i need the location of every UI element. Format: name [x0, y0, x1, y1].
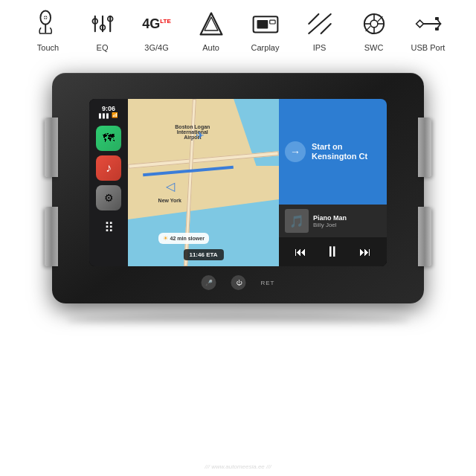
ips-icon — [306, 7, 333, 40]
carplay-label: Carplay — [251, 43, 280, 52]
carplay-interface: 9:06 ▋▋▋ 📶 🗺 ♪ ⚙ — [89, 99, 387, 266]
svg-rect-11 — [257, 20, 268, 28]
svg-marker-8 — [200, 13, 222, 35]
eq-feature: EQ — [82, 7, 123, 52]
svg-line-14 — [309, 14, 330, 33]
usb-label: USB Port — [411, 43, 446, 52]
mic-button[interactable]: 🎤 — [202, 275, 216, 290]
clock: 9:06 — [102, 105, 115, 112]
features-bar: Touch EQ 4GLTE 3G/4G — [0, 0, 476, 58]
airport-label: Boston Logan International Airport — [170, 124, 215, 140]
device-container: 9:06 ▋▋▋ 📶 🗺 ♪ ⚙ — [0, 58, 476, 326]
newyork-label: New York — [158, 198, 181, 203]
bracket-top-right — [418, 118, 431, 177]
music-controls: ⏮ ⏸ ⏭ — [279, 237, 387, 266]
nav-direction-icon: → — [285, 141, 306, 162]
usb-feature: USB Port — [408, 7, 448, 52]
delay-text: 42 min slower — [170, 236, 205, 241]
svg-line-16 — [309, 14, 318, 24]
device-body: 9:06 ▋▋▋ 📶 🗺 ♪ ⚙ — [52, 73, 424, 303]
forward-button[interactable]: ⏭ — [359, 245, 371, 259]
nav-card[interactable]: → Start on Kensington Ct — [279, 99, 387, 205]
usb-icon — [415, 7, 442, 40]
bracket-bottom-left — [45, 207, 58, 266]
right-panel: → Start on Kensington Ct 🎵 Piano Man Bil… — [279, 99, 387, 266]
home-grid[interactable]: ⠿ — [96, 215, 121, 240]
album-art: 🎵 — [285, 209, 309, 233]
display-screen[interactable]: 9:06 ▋▋▋ 📶 🗺 ♪ ⚙ — [89, 99, 387, 266]
delay-box: ☀ 42 min slower — [158, 233, 209, 244]
sun-icon: ☀ — [163, 235, 168, 242]
svg-line-15 — [321, 24, 330, 33]
swc-label: SWC — [364, 43, 384, 52]
touch-icon — [34, 7, 62, 40]
eta-box: 11:46 ETA — [183, 249, 223, 260]
eq-icon — [90, 7, 115, 40]
rewind-button[interactable]: ⏮ — [295, 245, 306, 259]
song-info: Piano Man Billy Joel — [313, 214, 381, 228]
touch-feature: Touch — [28, 7, 68, 52]
carplay-feature: Carplay — [245, 7, 286, 52]
svg-rect-29 — [435, 28, 439, 30]
plane-icon: ✈ — [196, 129, 205, 141]
4g-label: 3G/4G — [144, 43, 168, 52]
bracket-top-left — [45, 118, 58, 177]
swc-icon — [361, 7, 387, 40]
4g-feature: 4GLTE 3G/4G — [136, 7, 177, 52]
bottom-controls: 🎤 ⏻ RET — [202, 275, 275, 290]
device-shadow — [67, 315, 409, 326]
ips-feature: IPS — [299, 7, 340, 52]
svg-rect-28 — [435, 17, 439, 20]
map-background: Boston Logan International Airport New Y… — [128, 99, 279, 266]
ips-label: IPS — [313, 43, 327, 52]
4g-icon: 4GLTE — [142, 7, 171, 40]
status-bar: 9:06 ▋▋▋ 📶 — [99, 105, 118, 118]
auto-icon — [198, 7, 225, 40]
auto-label: Auto — [202, 43, 219, 52]
navigation-arrow: ◁ — [166, 179, 175, 193]
song-artist: Billy Joel — [313, 222, 381, 228]
pause-button[interactable]: ⏸ — [325, 243, 340, 260]
touch-label: Touch — [37, 43, 59, 52]
svg-rect-12 — [269, 20, 274, 24]
sidebar: 9:06 ▋▋▋ 📶 🗺 ♪ ⚙ — [89, 99, 128, 266]
carplay-icon — [252, 7, 279, 40]
nav-instruction: Start on Kensington Ct — [312, 142, 381, 161]
music-card: 🎵 Piano Man Billy Joel — [279, 205, 387, 237]
settings-app[interactable]: ⚙ — [96, 185, 121, 210]
signal-indicators: ▋▋▋ 📶 — [99, 112, 118, 118]
eq-label: EQ — [97, 43, 109, 52]
auto-feature: Auto — [190, 7, 231, 52]
power-button[interactable]: ⏻ — [231, 275, 246, 290]
swc-feature: SWC — [353, 7, 394, 52]
car-stereo: 9:06 ▋▋▋ 📶 🗺 ♪ ⚙ — [45, 58, 431, 326]
map-area[interactable]: Boston Logan International Airport New Y… — [128, 99, 279, 266]
maps-app[interactable]: 🗺 — [96, 126, 121, 151]
music-app[interactable]: ♪ — [96, 155, 121, 181]
svg-point-18 — [370, 20, 378, 28]
ret-label: RET — [261, 280, 275, 286]
song-title: Piano Man — [313, 214, 381, 222]
watermark: /// www.automeesia.ee /// — [205, 463, 271, 470]
bracket-bottom-right — [418, 207, 431, 266]
